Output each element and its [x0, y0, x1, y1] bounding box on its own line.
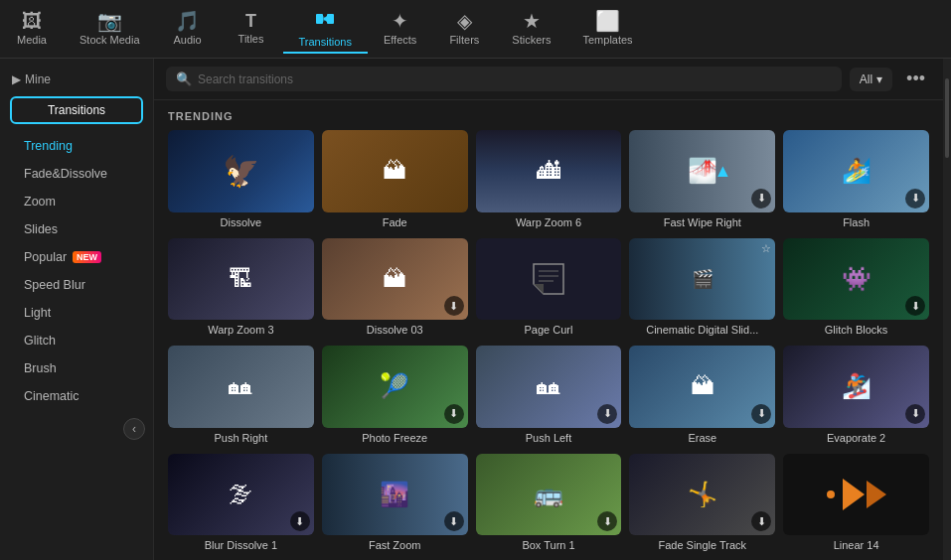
download-icon-photo[interactable]: ⬇: [444, 404, 464, 424]
sidebar-item-cinematic[interactable]: Cinematic: [0, 382, 153, 410]
list-item[interactable]: 🏔 Fade: [322, 130, 468, 228]
list-item[interactable]: Linear 14: [783, 454, 929, 552]
nav-stock-media[interactable]: 📷 Stock Media: [64, 7, 156, 52]
list-item[interactable]: 🚌 ⬇ Box Turn 1: [476, 454, 622, 552]
new-badge: NEW: [73, 251, 101, 263]
download-icon-flash[interactable]: ⬇: [905, 189, 925, 209]
sidebar-item-popular[interactable]: Popular NEW: [0, 243, 153, 271]
svg-rect-0: [316, 14, 323, 24]
thumb-dissolve: 🦅: [168, 130, 314, 212]
sidebar-item-glitch[interactable]: Glitch: [0, 327, 153, 354]
download-icon-evaporate[interactable]: ⬇: [905, 404, 925, 424]
thumb-warpzoom6: 🏙: [476, 130, 622, 212]
list-item[interactable]: 🏔 ⬇ Dissolve 03: [322, 238, 468, 337]
label-fade: Fade: [322, 216, 468, 228]
list-item[interactable]: Page Curl: [476, 238, 622, 337]
nav-effects[interactable]: ✦ Effects: [368, 7, 432, 52]
sidebar-item-zoom[interactable]: Zoom: [0, 188, 153, 215]
label-erase: Erase: [629, 432, 775, 444]
trending-section-label: TRENDING: [168, 110, 929, 122]
nav-templates-label: Templates: [582, 34, 632, 46]
label-flash: Flash: [783, 216, 929, 228]
list-item[interactable]: 🏄 ⬇ Flash: [783, 130, 929, 228]
sidebar-cinematic-label: Cinematic: [24, 389, 79, 403]
label-blurdissolve: Blur Dissolve 1: [168, 539, 314, 551]
templates-icon: ⬜: [595, 11, 620, 31]
list-item[interactable]: 🎬 ☆ Cinematic Digital Slid...: [629, 238, 775, 337]
more-icon: •••: [906, 69, 925, 88]
filter-dropdown[interactable]: All ▾: [850, 68, 892, 91]
top-nav: 🖼 Media 📷 Stock Media 🎵 Audio T Titles T…: [0, 0, 951, 59]
scrollbar[interactable]: [943, 59, 951, 560]
favorite-icon[interactable]: ☆: [761, 242, 771, 255]
search-bar: 🔍 All ▾ •••: [154, 59, 943, 100]
content-area: 🔍 All ▾ ••• TRENDING 🦅: [154, 59, 943, 560]
nav-transitions[interactable]: Transitions: [283, 4, 368, 54]
thumb-pushright: 🏘: [168, 346, 314, 428]
label-pushright: Push Right: [168, 432, 314, 444]
sidebar-item-fade-dissolve[interactable]: Fade&Dissolve: [0, 160, 153, 188]
nav-templates[interactable]: ⬜ Templates: [566, 7, 648, 52]
list-item[interactable]: 🌆 ⬇ Fast Zoom: [322, 454, 468, 552]
thumb-pushleft: 🏘 ⬇: [476, 346, 622, 428]
nav-stickers[interactable]: ★ Stickers: [496, 7, 566, 52]
label-cinematic: Cinematic Digital Slid...: [629, 324, 775, 336]
grid-scroll-area[interactable]: TRENDING 🦅 Dissolve 🏔: [154, 100, 943, 560]
download-icon-dissolve03[interactable]: ⬇: [444, 296, 464, 316]
svg-marker-2: [534, 264, 563, 294]
sidebar: ▶ Mine Transitions Trending Fade&Dissolv…: [0, 59, 154, 560]
list-item[interactable]: 🎾 ⬇ Photo Freeze: [322, 346, 468, 444]
nav-audio[interactable]: 🎵 Audio: [156, 7, 220, 52]
sidebar-mine-label: Mine: [25, 72, 51, 86]
thumb-glitch: 👾 ⬇: [783, 238, 929, 321]
sidebar-item-brush[interactable]: Brush: [0, 354, 153, 382]
label-dissolve: Dissolve: [168, 216, 314, 228]
list-item[interactable]: 🏗 Warp Zoom 3: [168, 238, 314, 337]
list-item[interactable]: 🏔 ⬇ Erase: [629, 346, 775, 444]
sidebar-transitions-button[interactable]: Transitions: [10, 96, 143, 124]
list-item[interactable]: 🏘 ⬇ Push Left: [476, 346, 622, 444]
list-item[interactable]: 🏘 Push Right: [168, 346, 314, 444]
list-item[interactable]: 👾 ⬇ Glitch Blocks: [783, 238, 929, 337]
sidebar-item-speed-blur[interactable]: Speed Blur: [0, 271, 153, 299]
collapse-icon: ‹: [132, 422, 136, 436]
download-icon[interactable]: ⬇: [751, 189, 771, 209]
download-icon-fastzoom[interactable]: ⬇: [444, 511, 464, 531]
audio-icon: 🎵: [175, 11, 200, 31]
transitions-icon: [314, 8, 336, 33]
label-evaporate: Evaporate 2: [783, 432, 929, 444]
nav-filters[interactable]: ◈ Filters: [432, 7, 496, 52]
search-input[interactable]: [198, 72, 832, 86]
list-item[interactable]: 🦅 Dissolve: [168, 130, 314, 228]
sidebar-item-trending[interactable]: Trending: [0, 132, 153, 160]
nav-audio-label: Audio: [173, 34, 201, 46]
list-item[interactable]: 🌁 ⬇ ▲ Fast Wipe Right: [629, 130, 775, 228]
thumb-evaporate: 🏂 ⬇: [783, 346, 929, 428]
sidebar-item-light[interactable]: Light: [0, 299, 153, 327]
thumb-erase: 🏔 ⬇: [629, 346, 775, 428]
sidebar-item-slides[interactable]: Slides: [0, 215, 153, 243]
sidebar-mine[interactable]: ▶ Mine: [0, 67, 153, 92]
download-icon-pushleft[interactable]: ⬇: [597, 404, 617, 424]
sidebar-collapse-button[interactable]: ‹: [123, 418, 145, 440]
list-item[interactable]: 🏙 Warp Zoom 6: [476, 130, 622, 228]
thumb-dissolve03: 🏔 ⬇: [322, 238, 468, 321]
nav-media[interactable]: 🖼 Media: [0, 7, 64, 52]
nav-titles[interactable]: T Titles: [220, 8, 283, 51]
list-item[interactable]: 🤸 ⬇ Fade Single Track: [629, 454, 775, 552]
search-input-wrap[interactable]: 🔍: [166, 67, 842, 91]
label-linear14: Linear 14: [783, 539, 929, 551]
label-dissolve03: Dissolve 03: [322, 324, 468, 336]
more-options-button[interactable]: •••: [900, 67, 931, 91]
label-fastwipe: Fast Wipe Right: [629, 216, 775, 228]
list-item[interactable]: 🏂 ⬇ Evaporate 2: [783, 346, 929, 444]
download-icon-blur[interactable]: ⬇: [290, 511, 310, 531]
sidebar-speedblur-label: Speed Blur: [24, 278, 85, 292]
sidebar-slides-label: Slides: [24, 222, 58, 236]
list-item[interactable]: 🌫 ⬇ Blur Dissolve 1: [168, 454, 314, 552]
search-icon: 🔍: [176, 71, 192, 86]
scrollbar-thumb: [945, 78, 949, 158]
thumb-blurdissolve: 🌫 ⬇: [168, 454, 314, 536]
download-icon-erase[interactable]: ⬇: [751, 404, 771, 424]
label-pushleft: Push Left: [476, 432, 622, 444]
